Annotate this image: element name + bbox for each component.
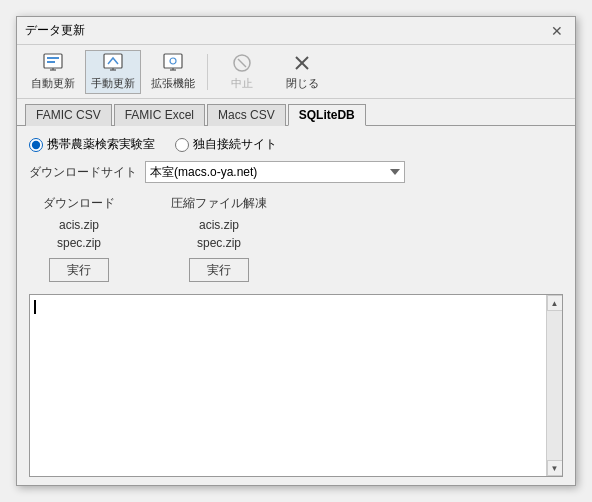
radio-input-option1[interactable] [29,138,43,152]
radio-option2[interactable]: 独自接続サイト [175,136,277,153]
download-exec-button[interactable]: 実行 [49,258,109,282]
svg-rect-4 [164,54,182,68]
main-window: データ更新 ✕ 自動更新 [16,16,576,486]
download-site-label: ダウンロードサイト [29,164,137,181]
extract-header: 圧縮ファイル解凍 [171,195,267,212]
log-area: ▲ ▼ [29,294,563,477]
download-site-select[interactable]: 本室(macs.o-ya.net) 副室1 副室2 [145,161,405,183]
tab-famic-excel[interactable]: FAMIC Excel [114,104,205,126]
svg-rect-1 [47,57,59,59]
tabs-bar: FAMIC CSV FAMIC Excel Macs CSV SQLiteDB [17,99,575,126]
toolbar: 自動更新 手動更新 拡張機能 [17,45,575,99]
download-column: ダウンロード acis.zip spec.zip 実行 [29,195,129,282]
download-file-2: spec.zip [57,236,101,250]
toolbar-separator [207,54,208,90]
radio-option2-label: 独自接続サイト [193,136,277,153]
radio-option1-label: 携帯農薬検索実験室 [47,136,155,153]
window-title: データ更新 [25,22,85,39]
download-file-1: acis.zip [59,218,99,232]
extract-column: 圧縮ファイル解凍 acis.zip spec.zip 実行 [169,195,269,282]
radio-group: 携帯農薬検索実験室 独自接続サイト [29,136,563,153]
log-scrollbar: ▲ ▼ [546,295,562,476]
auto-update-icon [41,52,65,74]
extended-icon [161,52,185,74]
close-toolbar-button[interactable]: 閉じる [274,50,330,94]
manual-update-icon [101,52,125,74]
close-toolbar-icon [290,52,314,74]
log-cursor [34,300,36,314]
manual-update-label: 手動更新 [91,76,135,91]
extended-button[interactable]: 拡張機能 [145,50,201,94]
radio-input-option2[interactable] [175,138,189,152]
extract-file-1: acis.zip [199,218,239,232]
log-content [30,295,562,318]
svg-rect-3 [104,54,122,68]
tab-sqlitedb[interactable]: SQLiteDB [288,104,366,126]
download-site-row: ダウンロードサイト 本室(macs.o-ya.net) 副室1 副室2 [29,161,563,183]
radio-option1[interactable]: 携帯農薬検索実験室 [29,136,155,153]
file-sections: ダウンロード acis.zip spec.zip 実行 圧縮ファイル解凍 aci… [29,195,563,282]
title-bar: データ更新 ✕ [17,17,575,45]
stop-button[interactable]: 中止 [214,50,270,94]
manual-update-button[interactable]: 手動更新 [85,50,141,94]
auto-update-button[interactable]: 自動更新 [25,50,81,94]
tab-macs-csv[interactable]: Macs CSV [207,104,286,126]
download-header: ダウンロード [43,195,115,212]
stop-label: 中止 [231,76,253,91]
svg-rect-2 [47,61,55,63]
extended-label: 拡張機能 [151,76,195,91]
tab-famic-csv[interactable]: FAMIC CSV [25,104,112,126]
scrollbar-up-arrow[interactable]: ▲ [547,295,563,311]
close-toolbar-label: 閉じる [286,76,319,91]
main-content: 携帯農薬検索実験室 独自接続サイト ダウンロードサイト 本室(macs.o-ya… [17,126,575,485]
extract-exec-button[interactable]: 実行 [189,258,249,282]
scrollbar-down-arrow[interactable]: ▼ [547,460,563,476]
scrollbar-track [547,311,562,460]
auto-update-label: 自動更新 [31,76,75,91]
window-close-button[interactable]: ✕ [547,21,567,41]
extract-file-2: spec.zip [197,236,241,250]
svg-line-7 [238,59,246,67]
stop-icon [230,52,254,74]
